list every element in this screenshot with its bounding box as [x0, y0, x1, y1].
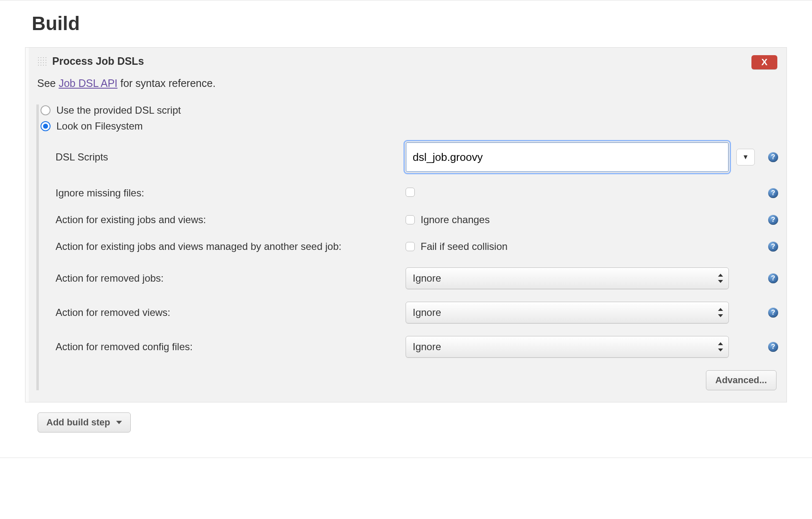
help-icon[interactable]: ? [768, 215, 778, 225]
chevron-down-icon: ▼ [742, 153, 749, 161]
radio-label: Use the provided DSL script [56, 104, 181, 116]
label-ignore-missing-files: Ignore missing files: [56, 187, 398, 199]
help-icon[interactable]: ? [768, 308, 778, 318]
section-heading-build: Build [32, 12, 787, 35]
step-title: Process Job DSLs [52, 55, 144, 67]
radio-icon [41, 105, 51, 115]
build-step-block: X Process Job DSLs See Job DSL API for s… [25, 47, 787, 402]
add-build-step-button[interactable]: Add build step [38, 412, 131, 432]
remove-step-button[interactable]: X [751, 55, 777, 69]
removed-jobs-select[interactable]: Ignore [406, 267, 729, 289]
fail-if-seed-collision-checkbox[interactable] [406, 242, 415, 251]
label-action-removed-jobs: Action for removed jobs: [56, 272, 398, 284]
ignore-changes-option[interactable]: Ignore changes [406, 214, 729, 226]
label-action-removed-config: Action for removed config files: [56, 341, 398, 353]
radio-icon [41, 121, 51, 131]
help-icon[interactable]: ? [768, 188, 778, 198]
radio-use-provided-script[interactable]: Use the provided DSL script [41, 104, 778, 116]
help-icon[interactable]: ? [768, 273, 778, 283]
help-icon[interactable]: ? [768, 242, 778, 252]
removed-config-select[interactable]: Ignore [406, 336, 729, 358]
help-icon[interactable]: ? [768, 342, 778, 352]
ignore-missing-files-checkbox[interactable] [406, 188, 415, 197]
radio-label: Look on Filesystem [56, 120, 143, 132]
checkbox-label: Fail if seed collision [421, 241, 508, 252]
syntax-reference-line: See Job DSL API for syntax reference. [37, 77, 778, 89]
dsl-scripts-dropdown-button[interactable]: ▼ [736, 149, 755, 165]
job-dsl-api-link[interactable]: Job DSL API [58, 77, 117, 89]
caret-down-icon [116, 421, 122, 424]
help-icon[interactable]: ? [768, 152, 778, 162]
label-action-removed-views: Action for removed views: [56, 307, 398, 318]
ignore-changes-checkbox[interactable] [406, 215, 415, 224]
label-action-other-seed: Action for existing jobs and views manag… [56, 241, 398, 252]
advanced-button[interactable]: Advanced... [706, 370, 776, 390]
drag-handle-icon[interactable] [37, 56, 47, 66]
removed-views-select[interactable]: Ignore [406, 302, 729, 323]
radio-look-on-filesystem[interactable]: Look on Filesystem [41, 120, 778, 132]
dsl-scripts-input[interactable] [406, 142, 729, 172]
fail-if-seed-collision-option[interactable]: Fail if seed collision [406, 241, 729, 252]
label-action-existing-jobs: Action for existing jobs and views: [56, 214, 398, 226]
label-dsl-scripts: DSL Scripts [56, 151, 398, 163]
button-label: Add build step [46, 417, 110, 428]
checkbox-label: Ignore changes [421, 214, 490, 226]
